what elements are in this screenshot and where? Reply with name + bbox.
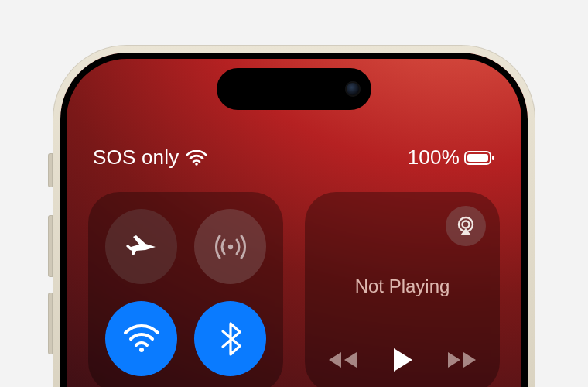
phone-frame: SOS only 100% bbox=[53, 45, 535, 387]
front-camera bbox=[345, 81, 361, 97]
svg-point-0 bbox=[196, 163, 199, 166]
battery-icon bbox=[464, 151, 495, 165]
wifi-icon bbox=[123, 324, 160, 354]
airplane-mode-toggle[interactable] bbox=[105, 209, 177, 284]
svg-point-7 bbox=[463, 221, 470, 228]
carrier-label: SOS only bbox=[93, 146, 179, 170]
bluetooth-icon bbox=[219, 320, 242, 358]
airplay-icon bbox=[454, 215, 477, 237]
status-right: 100% bbox=[408, 146, 495, 170]
wifi-toggle[interactable] bbox=[105, 301, 177, 376]
svg-point-5 bbox=[139, 348, 144, 352]
cellular-data-toggle[interactable] bbox=[194, 209, 266, 284]
status-left: SOS only bbox=[93, 146, 207, 170]
svg-rect-2 bbox=[467, 154, 488, 162]
phone-screen: SOS only 100% bbox=[60, 53, 528, 387]
svg-point-4 bbox=[227, 244, 232, 248]
wifi-icon bbox=[186, 150, 207, 166]
airplay-button[interactable] bbox=[446, 206, 486, 246]
side-button-volume-down bbox=[48, 293, 53, 354]
now-playing-label: Not Playing bbox=[305, 276, 500, 297]
side-button-volume-up bbox=[48, 215, 53, 277]
control-center-row: Not Playing bbox=[60, 192, 528, 387]
fast-forward-button[interactable] bbox=[445, 349, 479, 371]
antenna-icon bbox=[212, 228, 249, 265]
battery-percent: 100% bbox=[408, 146, 460, 170]
svg-rect-3 bbox=[492, 156, 494, 160]
status-bar: SOS only 100% bbox=[60, 146, 528, 170]
airplane-icon bbox=[125, 230, 159, 264]
dynamic-island bbox=[217, 68, 371, 110]
media-controls bbox=[305, 347, 500, 373]
rewind-button[interactable] bbox=[326, 349, 360, 371]
side-button-silent bbox=[48, 153, 53, 187]
bluetooth-toggle[interactable] bbox=[194, 301, 266, 376]
play-button[interactable] bbox=[391, 347, 414, 373]
connectivity-module[interactable] bbox=[88, 192, 283, 387]
media-module[interactable]: Not Playing bbox=[305, 192, 500, 387]
